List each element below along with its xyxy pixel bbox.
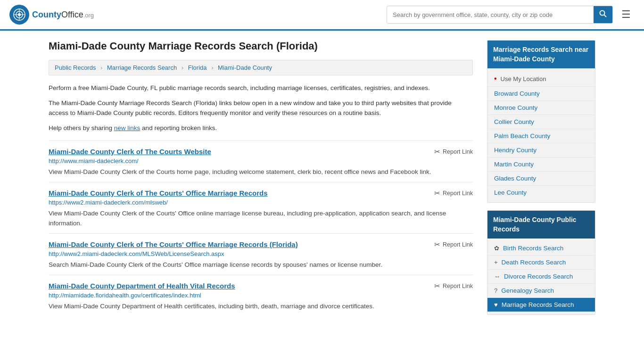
menu-button[interactable]: ☰ (618, 7, 635, 23)
svg-point-5 (600, 11, 605, 16)
scissors-icon: ✂ (434, 189, 440, 197)
svg-line-6 (604, 15, 607, 17)
public-record-icon-0: ✿ (494, 245, 499, 252)
report-link-label: Report Link (443, 148, 473, 155)
page-title: Miami-Dade County Marriage Records Searc… (49, 40, 473, 52)
report-link-btn-3[interactable]: ✂ Report Link (434, 282, 473, 290)
use-location-link[interactable]: • Use My Location (487, 71, 595, 87)
logo[interactable]: CountyOffice.org (9, 5, 94, 25)
public-records-header: Miami-Dade County Public Records (487, 211, 595, 239)
report-link-label: Report Link (443, 241, 473, 248)
public-record-icon-3: ? (494, 287, 497, 294)
scissors-icon: ✂ (434, 240, 440, 249)
location-icon: • (494, 74, 497, 83)
report-link-btn-2[interactable]: ✂ Report Link (434, 240, 473, 249)
public-record-4[interactable]: ♥Marriage Records Search (487, 298, 595, 312)
nearby-county-1[interactable]: Monroe County (487, 101, 595, 115)
result-url-1[interactable]: https://www2.miami-dadeclerk.com/mlsweb/ (49, 199, 473, 206)
desc-para1: Perform a free Miami-Dade County, FL pub… (49, 83, 473, 93)
breadcrumb: Public Records › Marriage Records Search… (49, 60, 473, 75)
public-record-1[interactable]: +Death Records Search (487, 255, 595, 270)
public-record-3[interactable]: ?Genealogy Search (487, 284, 595, 298)
nearby-county-7[interactable]: Lee County (487, 186, 595, 199)
search-button[interactable] (594, 6, 612, 23)
public-record-label-3: Genealogy Search (501, 287, 554, 294)
result-desc-2: Search Miami-Dade County Clerk of the Co… (49, 260, 473, 270)
nearby-county-0[interactable]: Broward County (487, 87, 595, 101)
public-record-icon-4: ♥ (494, 301, 498, 308)
nearby-county-2[interactable]: Collier County (487, 115, 595, 129)
public-record-label-4: Marriage Records Search (502, 301, 574, 308)
nearby-county-4[interactable]: Hendry County (487, 143, 595, 157)
result-desc-1: View Miami-Dade County Clerk of the Cour… (49, 209, 473, 229)
scissors-icon: ✂ (434, 282, 440, 290)
report-link-label: Report Link (443, 283, 473, 289)
public-record-label-0: Birth Records Search (503, 245, 563, 252)
result-title-0[interactable]: Miami-Dade County Clerk of The Courts We… (49, 148, 211, 156)
result-title-2[interactable]: Miami-Dade County Clerk of The Courts' O… (49, 240, 298, 248)
result-title-1[interactable]: Miami-Dade County Clerk of The Courts' O… (49, 189, 268, 197)
result-url-3[interactable]: http://miamidade.floridahealth.gov/certi… (49, 292, 473, 299)
desc-para3: Help others by sharing new links and rep… (49, 123, 473, 133)
desc-para2: The Miami-Dade County Marriage Records S… (49, 98, 473, 118)
result-item: Miami-Dade County Clerk of The Courts We… (49, 140, 473, 182)
nearby-counties-list: Broward CountyMonroe CountyCollier Count… (487, 87, 595, 199)
public-record-icon-2: ↔ (494, 273, 500, 280)
logo-icon (9, 5, 29, 25)
result-desc-0: View Miami-Dade County Clerk of the Cour… (49, 167, 473, 177)
breadcrumb-miami-dade[interactable]: Miami-Dade County (218, 64, 272, 71)
report-link-btn-1[interactable]: ✂ Report Link (434, 189, 473, 197)
public-records-section: Miami-Dade County Public Records ✿Birth … (487, 210, 595, 315)
nearby-header: Marriage Records Search near Miami-Dade … (487, 41, 595, 68)
report-link-btn-0[interactable]: ✂ Report Link (434, 148, 473, 156)
public-records-body: ✿Birth Records Search+Death Records Sear… (487, 239, 595, 314)
report-link-label: Report Link (443, 190, 473, 197)
result-item: Miami-Dade County Clerk of The Courts' O… (49, 182, 473, 233)
public-record-0[interactable]: ✿Birth Records Search (487, 241, 595, 255)
nearby-county-6[interactable]: Glades County (487, 172, 595, 186)
result-url-2[interactable]: http://www2.miami-dadeclerk.com/MLSWeb/L… (49, 250, 473, 257)
public-record-icon-1: + (494, 259, 498, 266)
result-title-3[interactable]: Miami-Dade County Department of Health V… (49, 282, 235, 290)
breadcrumb-public-records[interactable]: Public Records (55, 64, 96, 71)
breadcrumb-florida[interactable]: Florida (188, 64, 207, 71)
public-record-2[interactable]: ↔Divorce Records Search (487, 270, 595, 284)
content-area: Miami-Dade County Marriage Records Searc… (49, 40, 473, 322)
nearby-section: Marriage Records Search near Miami-Dade … (487, 40, 595, 203)
result-item: Miami-Dade County Clerk of The Courts' O… (49, 233, 473, 275)
breadcrumb-marriage-records[interactable]: Marriage Records Search (107, 64, 177, 71)
sidebar: Marriage Records Search near Miami-Dade … (487, 40, 595, 322)
public-record-label-2: Divorce Records Search (504, 273, 573, 280)
results-list: Miami-Dade County Clerk of The Courts We… (49, 140, 473, 316)
public-record-label-1: Death Records Search (502, 259, 566, 266)
result-desc-3: View Miami-Dade County Department of Hea… (49, 302, 473, 312)
public-records-list: ✿Birth Records Search+Death Records Sear… (487, 241, 595, 312)
site-header: CountyOffice.org ☰ (0, 0, 644, 31)
new-links-link[interactable]: new links (114, 124, 140, 132)
result-url-0[interactable]: http://www.miami-dadeclerk.com/ (49, 157, 473, 165)
logo-text: CountyOffice.org (32, 10, 94, 20)
nearby-county-5[interactable]: Martin County (487, 157, 595, 172)
scissors-icon: ✂ (434, 148, 440, 156)
nearby-body: • Use My Location Broward CountyMonroe C… (487, 68, 595, 202)
nearby-county-3[interactable]: Palm Beach County (487, 129, 595, 143)
result-item: Miami-Dade County Department of Health V… (49, 275, 473, 316)
main-container: Miami-Dade County Marriage Records Searc… (39, 31, 605, 332)
header-right: ☰ (387, 6, 635, 24)
search-input[interactable] (387, 8, 594, 22)
search-bar[interactable] (387, 6, 613, 24)
